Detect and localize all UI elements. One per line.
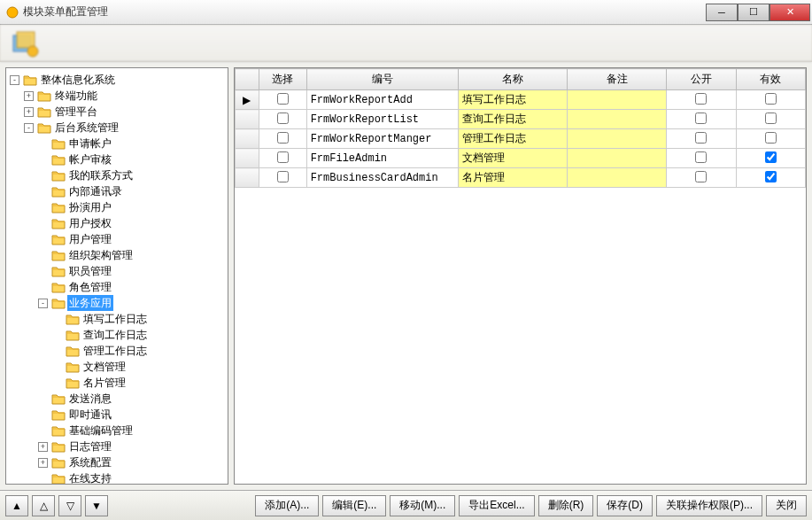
move-bottom-button[interactable]: ▼ xyxy=(85,495,108,516)
cell-code[interactable]: FrmWorkReportManger xyxy=(306,129,458,149)
public-checkbox[interactable] xyxy=(695,132,707,144)
cell-select[interactable] xyxy=(259,168,306,188)
window-close-button[interactable]: ✕ xyxy=(769,4,810,21)
tree-item[interactable]: -后台系统管理 xyxy=(24,120,226,136)
tree-item[interactable]: 角色管理 xyxy=(38,279,226,295)
col-header-name[interactable]: 名称 xyxy=(459,69,568,90)
move-button[interactable]: 移动(M)... xyxy=(390,495,455,516)
cell-valid[interactable] xyxy=(736,149,805,168)
public-checkbox[interactable] xyxy=(695,93,707,105)
cell-name[interactable]: 查询工作日志 xyxy=(459,110,568,129)
data-grid[interactable]: 选择 编号 名称 备注 公开 有效 ▶FrmWorkReportAdd填写工作日… xyxy=(235,68,806,188)
tree-item[interactable]: 基础编码管理 xyxy=(38,423,226,439)
window-minimize-button[interactable]: ─ xyxy=(706,4,738,21)
close-button[interactable]: 关闭 xyxy=(766,495,807,516)
table-row[interactable]: FrmFileAdmin文档管理 xyxy=(236,149,806,168)
tree-item[interactable]: 申请帐户 xyxy=(38,136,226,151)
public-checkbox[interactable] xyxy=(695,151,707,163)
move-top-button[interactable]: ▲ xyxy=(5,495,28,516)
cell-select[interactable] xyxy=(259,129,306,149)
cell-code[interactable]: FrmBusinessCardAdmin xyxy=(306,168,458,188)
select-checkbox[interactable] xyxy=(277,113,289,124)
cell-remark[interactable] xyxy=(568,90,667,110)
tree-item[interactable]: 文档管理 xyxy=(52,359,226,375)
cell-valid[interactable] xyxy=(736,110,805,129)
tree-item[interactable]: 即时通讯 xyxy=(38,407,226,423)
tree-item[interactable]: 组织架构管理 xyxy=(38,247,226,263)
permission-button[interactable]: 关联操作权限(P)... xyxy=(656,495,762,516)
tree-item[interactable]: 用户管理 xyxy=(38,231,226,247)
public-checkbox[interactable] xyxy=(695,171,707,182)
cell-name[interactable]: 填写工作日志 xyxy=(459,90,568,110)
tree-item[interactable]: 扮演用户 xyxy=(38,199,226,215)
cell-select[interactable] xyxy=(259,149,306,168)
cell-remark[interactable] xyxy=(568,129,667,149)
cell-code[interactable]: FrmWorkReportAdd xyxy=(306,90,458,110)
col-header-remark[interactable]: 备注 xyxy=(568,69,667,90)
table-row[interactable]: FrmWorkReportManger管理工作日志 xyxy=(236,129,806,149)
col-header-public[interactable]: 公开 xyxy=(667,69,736,90)
tree-item[interactable]: +日志管理 xyxy=(38,439,226,454)
cell-remark[interactable] xyxy=(568,149,667,168)
select-checkbox[interactable] xyxy=(277,151,289,163)
window-maximize-button[interactable]: ☐ xyxy=(738,4,769,21)
move-down-button[interactable]: ▽ xyxy=(58,495,81,516)
cell-name[interactable]: 管理工作日志 xyxy=(459,129,568,149)
cell-remark[interactable] xyxy=(568,168,667,188)
tree-item[interactable]: 在线支持 xyxy=(38,470,226,484)
move-up-button[interactable]: △ xyxy=(32,495,55,516)
valid-checkbox[interactable] xyxy=(765,93,777,105)
valid-checkbox[interactable] xyxy=(765,113,777,124)
tree-item[interactable]: 帐户审核 xyxy=(38,151,226,167)
save-button[interactable]: 保存(D) xyxy=(597,495,653,516)
cell-public[interactable] xyxy=(667,149,736,168)
tree-item[interactable]: 职员管理 xyxy=(38,263,226,279)
tree-item[interactable]: -整体信息化系统 xyxy=(10,72,226,88)
col-header-select[interactable]: 选择 xyxy=(259,69,306,90)
cell-code[interactable]: FrmWorkReportList xyxy=(306,110,458,129)
tree-item[interactable]: 填写工作日志 xyxy=(52,311,226,327)
tree-item[interactable]: 内部通讯录 xyxy=(38,183,226,199)
cell-code[interactable]: FrmFileAdmin xyxy=(306,149,458,168)
select-checkbox[interactable] xyxy=(277,132,289,144)
cell-valid[interactable] xyxy=(736,90,805,110)
tree-item[interactable]: -业务应用 xyxy=(38,295,226,311)
tree-item[interactable]: 用户授权 xyxy=(38,215,226,231)
table-row[interactable]: FrmBusinessCardAdmin名片管理 xyxy=(236,168,806,188)
cell-public[interactable] xyxy=(667,110,736,129)
delete-button[interactable]: 删除(R) xyxy=(538,495,594,516)
tree-view[interactable]: -整体信息化系统+终端功能+管理平台-后台系统管理申请帐户帐户审核我的联系方式内… xyxy=(6,68,228,484)
cell-name[interactable]: 名片管理 xyxy=(459,168,568,188)
public-checkbox[interactable] xyxy=(695,113,707,124)
table-row[interactable]: ▶FrmWorkReportAdd填写工作日志 xyxy=(236,90,806,110)
cell-select[interactable] xyxy=(259,90,306,110)
cell-name[interactable]: 文档管理 xyxy=(459,149,568,168)
tree-item[interactable]: 查询工作日志 xyxy=(52,327,226,343)
cell-public[interactable] xyxy=(667,129,736,149)
cell-valid[interactable] xyxy=(736,129,805,149)
tree-item[interactable]: 名片管理 xyxy=(52,375,226,391)
col-header-code[interactable]: 编号 xyxy=(306,69,458,90)
tree-item[interactable]: +终端功能 xyxy=(24,88,226,104)
export-excel-button[interactable]: 导出Excel... xyxy=(459,495,534,516)
tree-item[interactable]: 我的联系方式 xyxy=(38,167,226,183)
select-checkbox[interactable] xyxy=(277,171,289,182)
cell-select[interactable] xyxy=(259,110,306,129)
tree-item[interactable]: +系统配置 xyxy=(38,454,226,470)
edit-button[interactable]: 编辑(E)... xyxy=(322,495,386,516)
add-button[interactable]: 添加(A)... xyxy=(255,495,319,516)
table-row[interactable]: FrmWorkReportList查询工作日志 xyxy=(236,110,806,129)
folder-icon xyxy=(51,297,66,309)
tree-item[interactable]: +管理平台 xyxy=(24,104,226,120)
cell-public[interactable] xyxy=(667,168,736,188)
tree-item[interactable]: 发送消息 xyxy=(38,391,226,407)
cell-remark[interactable] xyxy=(568,110,667,129)
select-checkbox[interactable] xyxy=(277,93,289,105)
tree-item[interactable]: 管理工作日志 xyxy=(52,343,226,359)
valid-checkbox[interactable] xyxy=(765,132,777,144)
valid-checkbox[interactable] xyxy=(765,151,777,163)
cell-valid[interactable] xyxy=(736,168,805,188)
valid-checkbox[interactable] xyxy=(765,171,777,182)
col-header-valid[interactable]: 有效 xyxy=(736,69,805,90)
cell-public[interactable] xyxy=(667,90,736,110)
